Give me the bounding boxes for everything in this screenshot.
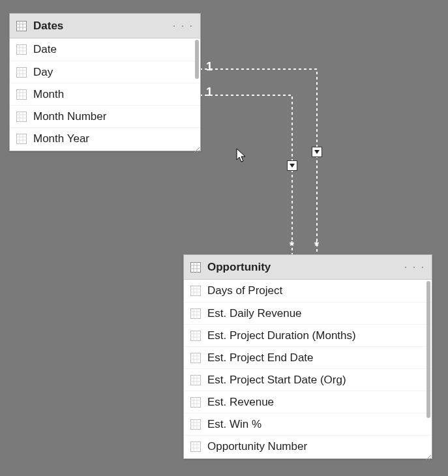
column-icon	[190, 441, 201, 452]
field-row[interactable]: Month	[10, 83, 200, 105]
scrollbar[interactable]	[195, 40, 199, 79]
column-icon	[16, 134, 27, 144]
column-icon	[16, 44, 27, 55]
column-icon	[190, 331, 201, 341]
field-label: Month	[33, 88, 64, 101]
field-row[interactable]: Est. Revenue	[184, 391, 432, 413]
svg-rect-27	[17, 134, 27, 143]
cursor-icon	[236, 148, 248, 164]
svg-rect-69	[191, 419, 201, 429]
table-dates[interactable]: Dates · · · DateDayMonthMonth NumberMont…	[9, 13, 201, 151]
svg-marker-81	[237, 149, 245, 162]
column-icon	[190, 397, 201, 408]
svg-line-79	[426, 455, 431, 460]
svg-marker-1	[290, 164, 295, 168]
field-row[interactable]: Est. Win %	[184, 413, 432, 435]
field-label: Day	[33, 66, 53, 79]
field-label: Opportunity Number	[207, 440, 307, 453]
column-icon	[16, 89, 27, 100]
svg-rect-74	[191, 441, 201, 451]
field-label: Month Year	[33, 132, 89, 145]
svg-rect-54	[191, 353, 201, 363]
svg-rect-12	[17, 67, 27, 77]
svg-rect-7	[17, 45, 27, 55]
column-icon	[16, 112, 27, 122]
field-label: Est. Project Start Date (Org)	[207, 374, 346, 387]
svg-rect-39	[191, 286, 201, 296]
table-icon	[190, 262, 201, 273]
svg-rect-17	[17, 89, 27, 99]
resize-grip[interactable]	[193, 143, 200, 150]
column-icon	[190, 419, 201, 430]
svg-rect-59	[191, 375, 201, 385]
field-row[interactable]: Day	[10, 61, 200, 83]
field-row[interactable]: Month Number	[10, 105, 200, 127]
field-row[interactable]: Month Year	[10, 127, 200, 149]
column-icon	[190, 308, 201, 319]
field-label: Date	[33, 43, 57, 56]
more-icon[interactable]: · · ·	[173, 20, 194, 32]
svg-line-80	[428, 458, 431, 460]
field-label: Est. Project Duration (Months)	[207, 329, 356, 342]
table-title: Opportunity	[207, 261, 404, 274]
field-row[interactable]: Date	[10, 38, 200, 61]
column-icon	[16, 67, 27, 78]
field-label: Est. Daily Revenue	[207, 307, 302, 320]
table-title: Dates	[33, 20, 173, 33]
svg-rect-64	[191, 397, 201, 407]
field-list-dates[interactable]: DateDayMonthMonth NumberMonth Year	[10, 38, 200, 151]
field-label: Est. Win %	[207, 418, 261, 431]
model-canvas[interactable]: 1 1 * * Dates · · · DateDayMonthMonth	[0, 0, 448, 476]
column-icon	[190, 286, 201, 296]
column-icon	[190, 375, 201, 385]
field-row[interactable]: Est. Project Start Date (Org)	[184, 368, 432, 391]
svg-rect-49	[191, 331, 201, 340]
field-row[interactable]: Opportunity Number	[184, 435, 432, 457]
svg-rect-44	[191, 308, 201, 318]
column-icon	[190, 353, 201, 363]
cardinality-one-b: 1	[206, 85, 213, 99]
cardinality-one-a: 1	[206, 60, 213, 74]
filter-direction-arrow-b[interactable]	[287, 160, 297, 171]
field-label: Month Number	[33, 110, 106, 123]
table-header-dates[interactable]: Dates · · ·	[10, 14, 200, 38]
field-row[interactable]: Est. Project End Date	[184, 346, 432, 368]
field-label: Est. Revenue	[207, 396, 274, 409]
svg-rect-22	[17, 112, 27, 121]
field-label: Days of Project	[207, 284, 282, 297]
field-row[interactable]: Est. Daily Revenue	[184, 302, 432, 324]
table-opportunity[interactable]: Opportunity · · · Days of ProjectEst. Da…	[183, 254, 432, 459]
field-row[interactable]: Est. Project Duration (Months)	[184, 324, 432, 346]
table-icon	[16, 21, 27, 31]
filter-direction-arrow-a[interactable]	[312, 147, 322, 157]
field-row[interactable]: Days of Project	[184, 280, 432, 302]
svg-rect-2	[17, 21, 27, 31]
field-list-opportunity[interactable]: Days of ProjectEst. Daily RevenueEst. Pr…	[184, 280, 432, 458]
svg-line-33	[197, 150, 200, 153]
more-icon[interactable]: · · ·	[404, 261, 425, 273]
resize-grip[interactable]	[425, 451, 431, 458]
svg-rect-34	[191, 262, 201, 272]
table-header-opportunity[interactable]: Opportunity · · ·	[184, 255, 432, 280]
svg-marker-0	[314, 150, 320, 154]
scrollbar[interactable]	[426, 281, 430, 418]
cardinality-many-a: *	[314, 239, 319, 253]
svg-line-32	[194, 147, 200, 153]
cardinality-many-b: *	[290, 239, 294, 253]
field-label: Est. Project End Date	[207, 351, 314, 364]
